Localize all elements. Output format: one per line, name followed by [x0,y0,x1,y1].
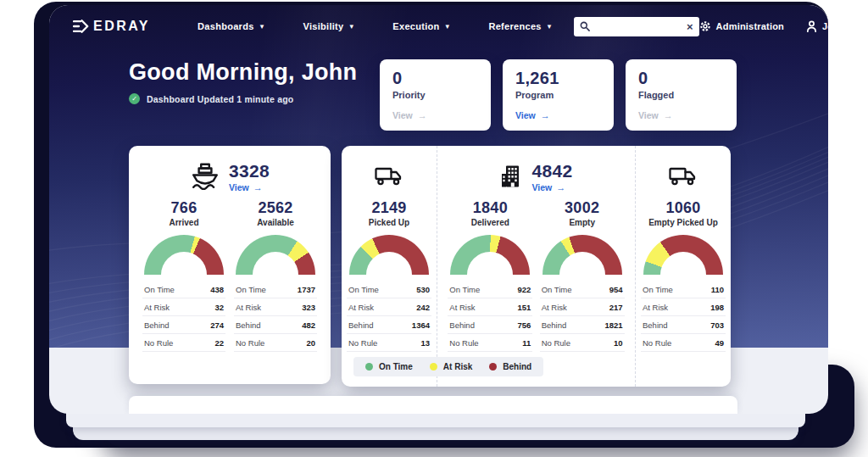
view-link[interactable]: View [532,182,566,192]
stat-row: Behind1364 [347,316,431,334]
user-menu[interactable]: John Smith [806,20,828,32]
stat-value: 32 [214,303,224,312]
stat-label: At Risk [144,303,170,312]
stat-row: At Risk151 [448,298,532,316]
gauge-delivered: 1840DeliveredOn Time922At Risk151Behind7… [446,199,534,352]
stat-value: 198 [710,303,724,312]
gauge-donut-chart [144,235,224,275]
vessel-total: 3328 [229,161,270,181]
gauge-label: Available [232,218,319,227]
arrow-right-icon [664,110,673,120]
stat-row: At Risk32 [142,298,225,316]
chevron-down-icon [260,21,264,31]
gauge-label: Picked Up [345,218,433,227]
stat-value: 20 [306,338,315,348]
gauge-picked-up: 2149Picked UpOn Time530At Risk242Behind1… [345,199,433,352]
stat-label: No Rule [542,338,570,348]
menu-execution[interactable]: Execution [392,21,449,31]
container-status-card: 2149Picked UpOn Time530At Risk242Behind1… [342,146,731,387]
chevron-down-icon [350,21,354,31]
stat-label: On Time [542,285,572,294]
gauge-empty: 3002EmptyOn Time954At Risk217Behind1821N… [538,199,626,352]
menu-dashboards[interactable]: Dashboards [198,21,264,31]
stat-value: 151 [517,303,531,312]
stat-label: Behind [643,320,668,330]
next-section-sheet [129,396,737,414]
chevron-down-icon [446,21,450,31]
gauge-stats: On Time110At Risk198Behind703No Rule49 [641,281,726,352]
gear-icon [699,20,711,32]
stat-label: No Rule [236,338,264,348]
stat-row: No Rule10 [540,334,625,352]
building-icon [500,164,524,189]
gauge-donut-chart [643,235,723,275]
stat-label: No Rule [449,338,478,348]
stat-row: At Risk217 [540,298,625,316]
mockup-stage: EDRAY Dashboards Visibility Execution Re… [0,0,868,457]
gauge-stats: On Time922At Risk151Behind756No Rule11 [448,281,532,352]
view-link[interactable]: View [392,110,478,120]
chevron-down-icon [548,21,552,31]
stat-label: On Time [643,285,673,294]
legend-item: At Risk [430,362,472,371]
stat-label: Behind [542,320,567,330]
summary-card-priority: 0 Priority View [380,59,491,131]
stat-row: Behind756 [448,316,532,334]
stat-value: 1821 [605,320,623,330]
gauge-hole [366,252,412,275]
search-box[interactable] [574,17,699,36]
legend-dot-icon [430,363,437,371]
gauge-available: 2562AvailableOn Time1737At Risk323Behind… [232,199,319,352]
stat-value: 438 [210,285,224,294]
search-icon [580,21,590,31]
view-link[interactable]: View [638,110,724,120]
summary-card-flagged: 0 Flagged View [626,59,737,131]
brand-logo[interactable]: EDRAY [73,19,150,34]
menu-visibility[interactable]: Visibility [303,21,353,31]
truck-icon [375,166,403,187]
stat-value: 49 [715,338,724,348]
gauge-value: 2562 [232,199,319,217]
stat-label: At Risk [542,303,567,312]
stat-value: 1737 [298,285,315,294]
gauge-label: Arrived [141,218,227,227]
gauge-value: 2149 [345,199,433,217]
stat-value: 217 [609,303,623,312]
legend-item: Behind [489,362,531,371]
topbar-right: Administration John Smith [699,20,828,32]
stat-row: Behind1821 [540,316,625,334]
hero-section: Good Morning, John Dashboard Updated 1 m… [129,59,357,104]
stat-label: On Time [348,285,379,294]
stat-value: 922 [517,285,531,294]
stat-row: On Time1737 [234,281,317,298]
gauge-stats: On Time438At Risk32Behind274No Rule22 [142,281,225,352]
search-input[interactable] [594,21,682,31]
stat-value: 482 [302,320,315,330]
stat-row: On Time530 [347,281,431,298]
stat-value: 530 [416,285,430,294]
clear-search-icon[interactable] [687,19,693,34]
status-legend: On TimeAt RiskBehind [353,357,543,376]
administration-link[interactable]: Administration [699,20,784,32]
main-menu: Dashboards Visibility Execution Referenc… [198,21,552,31]
stat-label: No Rule [348,338,377,348]
gauge-donut-chart [542,235,622,275]
gauge-donut-chart [450,235,530,275]
user-icon [806,20,817,32]
gauge-label: Empty [538,218,626,227]
logo-icon [73,20,89,33]
drayage-card-header: 4842 View [437,159,635,194]
gauge-empty-picked-up: 1060Empty Picked UpOn Time110At Risk198B… [639,199,727,352]
view-link[interactable]: View [229,182,263,192]
arrow-right-icon [541,110,550,120]
stat-value: 242 [416,303,430,312]
truck-icon [669,166,698,187]
gauge-hole [559,252,605,275]
gauge-stats: On Time1737At Risk323Behind482No Rule20 [234,281,317,352]
legend-item: On Time [365,362,413,371]
menu-references[interactable]: References [488,21,551,31]
view-link[interactable]: View [515,110,601,120]
stat-value: 10 [614,338,623,348]
gauge-hole [253,252,298,275]
stat-row: Behind482 [234,316,317,334]
